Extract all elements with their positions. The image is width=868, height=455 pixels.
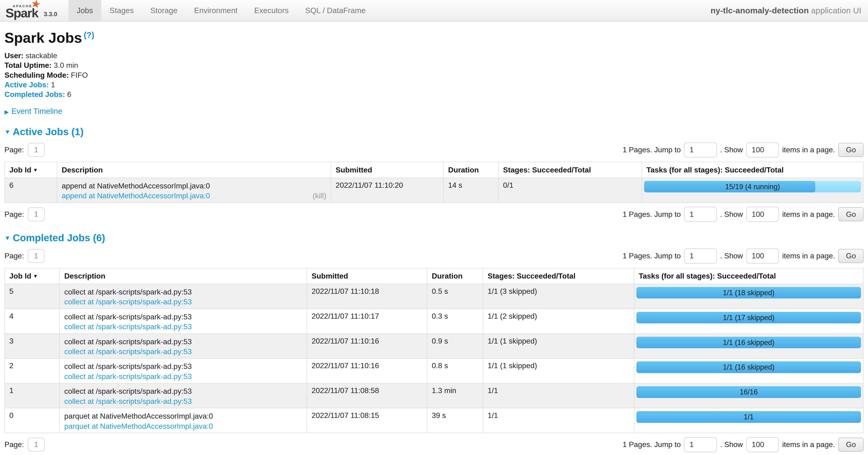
- job-description-link[interactable]: collect at /spark-scripts/spark-ad.py:53: [64, 322, 192, 332]
- job-submitted-cell: 2022/11/07 11:10:16: [307, 359, 427, 383]
- tasks-progress-label: 16/16: [637, 386, 861, 398]
- header-tasks[interactable]: Tasks (for all stages): Succeeded/Total: [642, 162, 863, 178]
- page-label: Page:: [4, 440, 24, 449]
- nav-tabs: Jobs Stages Storage Environment Executor…: [68, 0, 374, 21]
- page-number-input[interactable]: [28, 207, 44, 221]
- job-description-link[interactable]: collect at /spark-scripts/spark-ad.py:53: [64, 347, 192, 357]
- sort-desc-icon: ▼: [33, 167, 38, 173]
- event-timeline-toggle[interactable]: ▶Event Timeline: [4, 107, 864, 116]
- page-title: Spark Jobs(?): [4, 29, 864, 46]
- job-duration-cell: 0.8 s: [427, 359, 483, 383]
- page-number-input[interactable]: [28, 143, 44, 157]
- job-submitted-cell: 2022/11/07 11:08:15: [307, 408, 427, 433]
- job-description: parquet at NativeMethodAccessorImpl.java…: [64, 411, 302, 421]
- tasks-progress-label: 1/1 (16 skipped): [637, 361, 861, 373]
- pages-count-text: 1 Pages. Jump to: [623, 145, 681, 154]
- items-per-page-input[interactable]: [746, 437, 779, 452]
- items-per-page-input[interactable]: [746, 142, 779, 158]
- active-jobs-table: Job Id▼ Description Submitted Duration S…: [4, 162, 864, 203]
- summary-active-jobs: Active Jobs: 1: [4, 81, 864, 89]
- header-description[interactable]: Description: [57, 162, 331, 178]
- jump-to-input[interactable]: [684, 437, 717, 452]
- spark-brand[interactable]: APACHE Spark ★ 3.3.0: [4, 0, 61, 21]
- pages-count-text: 1 Pages. Jump to: [623, 440, 681, 449]
- go-button[interactable]: Go: [838, 207, 864, 221]
- header-job-id[interactable]: Job Id▼: [5, 162, 57, 178]
- items-per-page-input[interactable]: [746, 249, 779, 263]
- spark-version: 3.3.0: [44, 10, 57, 18]
- tasks-progress-bar: 16/16: [637, 386, 861, 398]
- tab-jobs[interactable]: Jobs: [68, 0, 101, 21]
- header-duration[interactable]: Duration: [427, 268, 483, 284]
- go-button[interactable]: Go: [838, 143, 864, 157]
- completed-jobs-section-header[interactable]: ▼Completed Jobs (6): [4, 232, 864, 244]
- show-text: . Show: [720, 145, 743, 154]
- header-stages[interactable]: Stages: Succeeded/Total: [483, 268, 634, 284]
- header-submitted[interactable]: Submitted: [307, 268, 427, 284]
- job-duration-cell: 1.3 min: [427, 383, 483, 408]
- chevron-down-icon: ▼: [4, 129, 10, 135]
- application-title: ny-tlc-anomaly-detection application UI: [711, 6, 868, 16]
- job-description: collect at /spark-scripts/spark-ad.py:53: [64, 337, 302, 347]
- job-submitted-cell: 2022/11/07 11:10:18: [307, 284, 427, 309]
- table-header-row: Job Id▼ Description Submitted Duration S…: [5, 268, 863, 284]
- job-description-link[interactable]: collect at /spark-scripts/spark-ad.py:53: [64, 371, 192, 381]
- pages-count-text: 1 Pages. Jump to: [623, 252, 681, 260]
- kill-link[interactable]: (kill): [313, 191, 326, 201]
- go-button[interactable]: Go: [838, 438, 864, 452]
- tasks-progress-label: 1/1 (17 skipped): [637, 312, 861, 323]
- tasks-progress-bar: 15/19 (4 running): [644, 181, 861, 193]
- help-link[interactable]: (?): [84, 30, 94, 40]
- job-tasks-cell: 16/16: [634, 383, 863, 408]
- header-stages[interactable]: Stages: Succeeded/Total: [498, 162, 642, 178]
- header-tasks[interactable]: Tasks (for all stages): Succeeded/Total: [634, 268, 863, 284]
- items-per-page-input[interactable]: [746, 207, 779, 222]
- show-text: . Show: [720, 252, 743, 260]
- tasks-progress-bar: 1/1 (16 skipped): [637, 361, 861, 373]
- page-number-input[interactable]: [28, 249, 44, 263]
- sort-desc-icon: ▼: [33, 274, 38, 279]
- job-duration-cell: 14 s: [443, 178, 498, 203]
- header-duration[interactable]: Duration: [443, 162, 498, 178]
- job-id-cell: 6: [5, 178, 57, 203]
- jump-to-input[interactable]: [684, 142, 717, 158]
- job-description: collect at /spark-scripts/spark-ad.py:53: [64, 312, 302, 322]
- tasks-progress-label: 15/19 (4 running): [644, 181, 861, 193]
- job-description-link[interactable]: append at NativeMethodAccessorImpl.java:…: [62, 191, 210, 201]
- job-description: collect at /spark-scripts/spark-ad.py:53: [64, 386, 302, 396]
- page-label: Page:: [4, 145, 24, 154]
- tab-sql-dataframe[interactable]: SQL / DataFrame: [297, 0, 374, 21]
- tab-stages[interactable]: Stages: [101, 0, 142, 21]
- page-number-input[interactable]: [28, 438, 44, 452]
- job-description: collect at /spark-scripts/spark-ad.py:53: [64, 287, 302, 297]
- jump-to-input[interactable]: [684, 207, 717, 222]
- job-duration-cell: 0.5 s: [427, 284, 483, 309]
- header-job-id[interactable]: Job Id▼: [5, 268, 60, 284]
- tab-storage[interactable]: Storage: [142, 0, 186, 21]
- completed-job-row: 3 collect at /spark-scripts/spark-ad.py:…: [5, 334, 863, 359]
- pagination-completed-bottom: Page: 1 Pages. Jump to . Show items in a…: [4, 437, 864, 452]
- tab-executors[interactable]: Executors: [246, 0, 297, 21]
- job-tasks-cell: 1/1 (16 skipped): [634, 359, 863, 383]
- job-description-link[interactable]: collect at /spark-scripts/spark-ad.py:53: [64, 297, 192, 307]
- tab-environment[interactable]: Environment: [186, 0, 246, 21]
- header-submitted[interactable]: Submitted: [331, 162, 443, 178]
- job-id-cell: 1: [5, 383, 60, 408]
- job-description-link[interactable]: parquet at NativeMethodAccessorImpl.java…: [64, 421, 213, 431]
- table-header-row: Job Id▼ Description Submitted Duration S…: [5, 162, 863, 178]
- tasks-progress-bar: 1/1: [637, 411, 861, 423]
- tasks-progress-label: 1/1 (18 skipped): [637, 287, 861, 299]
- job-submitted-cell: 2022/11/07 11:10:17: [307, 309, 427, 334]
- job-stages-cell: 0/1: [498, 178, 642, 203]
- active-jobs-section-header[interactable]: ▼Active Jobs (1): [4, 126, 864, 138]
- active-jobs-link[interactable]: Active Jobs:: [4, 81, 49, 89]
- jump-to-input[interactable]: [684, 249, 717, 263]
- completed-jobs-link[interactable]: Completed Jobs:: [4, 90, 65, 98]
- header-description[interactable]: Description: [60, 268, 307, 284]
- go-button[interactable]: Go: [838, 249, 864, 263]
- page-label: Page:: [4, 252, 24, 260]
- page-content: Spark Jobs(?) User: stackable Total Upti…: [0, 29, 868, 452]
- job-description-link[interactable]: collect at /spark-scripts/spark-ad.py:53: [64, 396, 192, 406]
- tasks-progress-label: 1/1: [637, 411, 861, 423]
- job-description-cell: append at NativeMethodAccessorImpl.java:…: [57, 178, 331, 203]
